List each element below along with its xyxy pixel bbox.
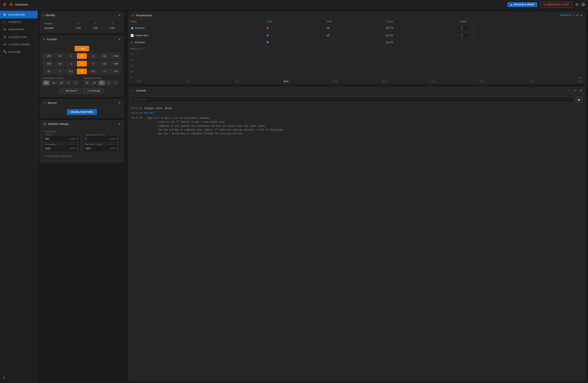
- velocity-up-button[interactable]: ▲: [77, 136, 79, 139]
- temperatures-card: 🌡 Temperatures PRESETS ▼ ⚙ ▼ Name: [128, 12, 586, 84]
- accel-up-button[interactable]: ▲: [77, 146, 79, 148]
- z-pos01-button[interactable]: +0.1: [88, 69, 98, 74]
- power-icon[interactable]: ⏻: [582, 2, 585, 6]
- temp-current-col: Current: [384, 19, 458, 24]
- x-neg100-button[interactable]: −100: [43, 53, 53, 59]
- settings-icon[interactable]: ⚙: [575, 2, 578, 7]
- sidebar-item-label: CONSOLE: [8, 20, 21, 23]
- sidebar-item-console[interactable]: >_ CONSOLE: [0, 19, 38, 25]
- target-dropdown-0[interactable]: ▼: [471, 26, 476, 30]
- presets-button[interactable]: PRESETS ▼: [560, 14, 575, 17]
- feedrate-10-button[interactable]: 10: [91, 80, 98, 85]
- extrude-button[interactable]: ↓ EXTRUDE: [83, 88, 104, 94]
- y-axis-button[interactable]: Y: [77, 61, 87, 67]
- console-input[interactable]: [131, 96, 574, 103]
- console-restart-link[interactable]: RESTART: [144, 112, 154, 115]
- macros-card: <> Macros ▼ DISABLE MOTORS: [40, 99, 124, 118]
- machine-settings-icon: 🎥: [43, 122, 46, 126]
- x-axis-button[interactable]: X: [77, 53, 87, 59]
- standby-chevron-icon[interactable]: ▼: [118, 14, 121, 17]
- z-neg25-button[interactable]: −25: [43, 69, 53, 74]
- emergency-icon: ⊘: [543, 3, 545, 6]
- x-pos100-button[interactable]: +100: [110, 53, 121, 59]
- accel-input[interactable]: [45, 147, 69, 150]
- help-link[interactable]: HELP: [154, 117, 160, 119]
- machine-settings-chevron-icon[interactable]: ▼: [118, 122, 121, 126]
- velocity-unit: mm/s: [70, 138, 76, 140]
- y-pos100-button[interactable]: +100: [110, 61, 121, 67]
- retract-button[interactable]: ↑ RETRACT: [60, 88, 81, 94]
- feed-5-button[interactable]: 5: [65, 80, 72, 85]
- y-neg1-button[interactable]: −1: [66, 61, 76, 67]
- disable-motors-button[interactable]: DISABLE MOTORS: [67, 109, 97, 115]
- feedrate-5-button[interactable]: 5: [99, 80, 105, 85]
- max-accel-down-button[interactable]: ▼: [117, 148, 119, 151]
- sq-corner-down-button[interactable]: ▼: [117, 139, 119, 141]
- temp-row-0: 💧Extruderoff20.7°C▼: [128, 24, 586, 32]
- target-dropdown-1[interactable]: ▼: [471, 33, 476, 37]
- x-neg1-button[interactable]: −1: [66, 53, 76, 59]
- y-neg100-button[interactable]: −100: [43, 61, 53, 67]
- y-pos10-button[interactable]: +10: [99, 61, 109, 67]
- retract-icon: ↑: [63, 90, 64, 92]
- standby-actions: ▼: [118, 14, 121, 17]
- max-accel-up-button[interactable]: ▲: [117, 146, 119, 148]
- standby-card: ℹ Standby ▼ Position X Y Z: [40, 12, 124, 33]
- console-send-button[interactable]: ▶: [576, 96, 583, 103]
- gcode-files-icon: ☰: [3, 35, 6, 39]
- temp-state-2: [325, 39, 384, 45]
- x-pos1-button[interactable]: +1: [88, 53, 98, 59]
- msg2-time: 18:11:43: [131, 112, 142, 115]
- x-neg10-button[interactable]: −10: [55, 53, 64, 59]
- temp-table: Name Color State Current Target 💧Extrude…: [128, 19, 586, 46]
- feed-25-button[interactable]: 25: [50, 80, 57, 85]
- target-input-0[interactable]: [460, 26, 470, 30]
- feed-1-button[interactable]: 1: [72, 80, 79, 85]
- menu-icon[interactable]: ☰: [3, 2, 6, 7]
- position-header: Position: [43, 21, 70, 26]
- accel-unit: mm/s²: [70, 147, 76, 150]
- temperatures-gear-icon[interactable]: ⚙: [576, 14, 579, 17]
- macros-chevron-icon[interactable]: ▼: [118, 101, 121, 104]
- velocity-input[interactable]: [45, 137, 70, 140]
- accel-down-button[interactable]: ▼: [77, 148, 79, 151]
- console-input-row: ▶: [128, 95, 586, 105]
- help-icon[interactable]: ?: [3, 377, 5, 381]
- z-neg01-button[interactable]: −0.1: [65, 69, 76, 74]
- sidebar-item-dashboard[interactable]: ⊞ DASHBOARD: [0, 11, 38, 19]
- sq-corner-up-button[interactable]: ▲: [117, 136, 119, 139]
- z-neg1-button[interactable]: −1: [54, 69, 64, 74]
- console-help-button[interactable]: ?: [567, 89, 570, 93]
- feedrate-15-button[interactable]: 15: [84, 80, 90, 85]
- feedrate-1-button[interactable]: 1: [112, 80, 119, 85]
- temperatures-chevron-icon[interactable]: ▼: [580, 14, 583, 17]
- target-input-1[interactable]: [460, 33, 470, 38]
- svg-marker-0: [9, 2, 13, 6]
- upload-print-button[interactable]: ☁ UPLOAD & PRINT: [507, 2, 537, 7]
- console-filter-button[interactable]: ▼: [572, 89, 577, 93]
- max-accel-input[interactable]: [85, 147, 109, 150]
- x-pos10-button[interactable]: +10: [99, 53, 109, 59]
- temp-name-0: 💧Extruder: [128, 24, 265, 32]
- emergency-stop-button[interactable]: ⊘ EMERGENCY STOP: [540, 2, 572, 7]
- feedrate-2-button[interactable]: 2: [105, 80, 112, 85]
- console-collapse-button[interactable]: ▼: [579, 89, 583, 93]
- sq-corner-input[interactable]: [85, 137, 110, 140]
- sidebar-item-gcode-viewer[interactable]: 3D G-CODE VIEWER: [0, 41, 38, 48]
- velocity-down-button[interactable]: ▼: [77, 139, 79, 141]
- feed-10-button[interactable]: 10: [58, 80, 65, 85]
- y-pos1-button[interactable]: +1: [88, 61, 98, 67]
- sidebar-item-gcode-files[interactable]: ☰ G-CODE FILES: [0, 33, 38, 41]
- feed-50-button[interactable]: 50: [43, 80, 50, 85]
- z-pos25-button[interactable]: +25: [111, 69, 121, 74]
- sidebar-item-machine[interactable]: 🔧 MACHINE: [0, 48, 38, 56]
- z-pos1-button[interactable]: +1: [100, 69, 109, 74]
- chart-x-labels: 17:54 17:56 17:58 18:00 18:02 18:04 18:0…: [136, 80, 583, 82]
- temp-current-1: 21.2°C: [384, 32, 458, 39]
- y-neg10-button[interactable]: −10: [55, 61, 64, 67]
- controls-chevron-icon[interactable]: ▼: [118, 38, 121, 41]
- z-axis-button[interactable]: Z: [77, 69, 87, 74]
- x-axis-row: −100 −10 −1 X +1 +10 +100: [43, 53, 121, 59]
- home-all-button[interactable]: ⌂ ALL: [75, 46, 89, 51]
- sidebar-item-heightmap[interactable]: ⊟ HEIGHTMAP: [0, 25, 38, 33]
